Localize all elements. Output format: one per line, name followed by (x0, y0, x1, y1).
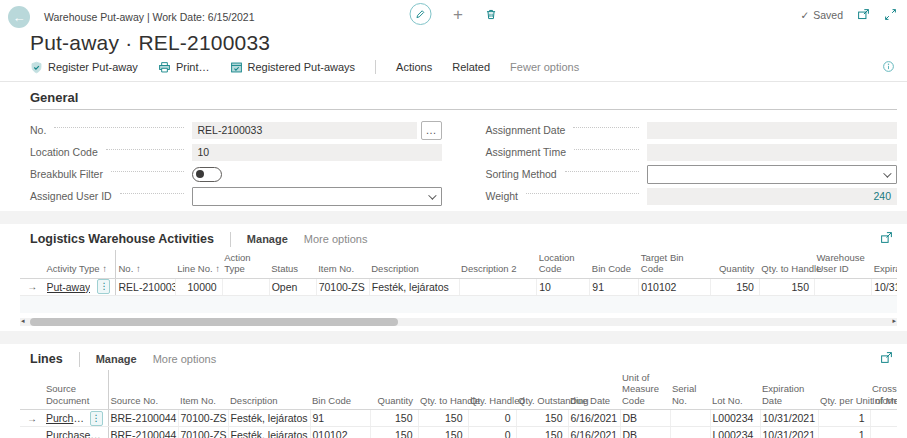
cell-target-bin-code[interactable]: 010102 (639, 278, 710, 295)
col-activity-type[interactable]: Activity Type ↑ (45, 250, 116, 278)
col-description[interactable]: Description (228, 370, 310, 410)
col-serial-no[interactable]: Serial No. (670, 370, 710, 410)
cell-serial-no[interactable] (670, 427, 710, 438)
cell-expiration-date[interactable]: 10/31/2021 (760, 410, 818, 427)
col-source-document[interactable]: Source Document (44, 370, 108, 410)
cell-qty-per-unit-of-measure[interactable]: 1 (818, 427, 870, 438)
cell-bin-code[interactable]: 010102 (310, 427, 370, 438)
col-quantity[interactable]: Quantity (710, 250, 759, 278)
col-quantity[interactable]: Quantity (370, 370, 418, 410)
cell-due-date[interactable]: 6/16/2021 (568, 427, 620, 438)
cell-warehouse-user-id[interactable] (815, 278, 872, 295)
registered-put-aways-button[interactable]: Registered Put-aways (230, 61, 356, 74)
col-target-bin-code[interactable]: Target Bin Code (639, 250, 710, 278)
cell-expiration-date[interactable]: 10/31/2021 (760, 427, 818, 438)
col-item-no[interactable]: Item No. (316, 250, 369, 278)
lines-expand-icon[interactable] (880, 351, 893, 364)
open-in-window-icon[interactable] (857, 8, 870, 21)
col-status[interactable]: Status (269, 250, 316, 278)
col-action-type[interactable]: Action Type (222, 250, 269, 278)
register-put-away-button[interactable]: Register Put-away (30, 61, 138, 74)
col-description-2[interactable]: Description 2 (459, 250, 537, 278)
col-cross-information[interactable]: Cross- Inform (870, 370, 897, 410)
cell-qty-to-handle[interactable]: 150 (418, 410, 468, 427)
related-menu[interactable]: Related (452, 61, 490, 73)
new-button[interactable]: + (453, 6, 463, 23)
lines-manage-menu[interactable]: Manage (96, 353, 137, 365)
scrollbar-thumb[interactable] (30, 318, 398, 326)
cell-bin-code[interactable]: 91 (310, 410, 370, 427)
cell-qty-per-unit-of-measure[interactable]: 1 (818, 410, 870, 427)
cell-unit-of-measure-code[interactable]: DB (620, 427, 670, 438)
col-lot-no[interactable]: Lot No. (710, 370, 760, 410)
col-location-code[interactable]: Location Code (537, 250, 590, 278)
cell-quantity[interactable]: 150 (710, 278, 759, 295)
actions-menu[interactable]: Actions (396, 61, 432, 73)
cell-serial-no[interactable] (670, 410, 710, 427)
col-bin-code[interactable]: Bin Code (310, 370, 370, 410)
col-warehouse-user-id[interactable]: Warehouse User ID (815, 250, 872, 278)
cell-description-2[interactable] (459, 278, 537, 295)
source-document-text[interactable]: Purchase Order (46, 429, 103, 438)
table-row[interactable]: → Put-away ⋮ REL-2100033 10000 Open 7010… (20, 278, 897, 295)
lines-more-options-menu[interactable]: More options (153, 353, 217, 365)
col-due-date[interactable]: Due Date (568, 370, 620, 410)
col-unit-of-measure-code[interactable]: Unit of Measure Code (620, 370, 670, 410)
col-line-no[interactable]: Line No. ↑ (175, 250, 222, 278)
cell-status[interactable]: Open (269, 278, 316, 295)
cell-item-no[interactable]: 70100-ZS (178, 410, 228, 427)
no-assist-button[interactable]: … (421, 121, 442, 140)
assigned-user-id-select[interactable] (192, 187, 442, 206)
edit-button[interactable] (409, 3, 431, 25)
cell-bin-code[interactable]: 91 (590, 278, 639, 295)
cell-qty-to-handle[interactable]: 150 (759, 278, 814, 295)
breakbulk-filter-toggle[interactable] (192, 167, 222, 182)
cell-cross-information[interactable] (870, 427, 897, 438)
scroll-right-icon[interactable]: ▸ (892, 317, 896, 325)
collapse-window-icon[interactable] (884, 8, 897, 21)
cell-item-no[interactable]: 70100-ZS (178, 427, 228, 438)
table-row[interactable]: Purchase Order BRE-2100044 70100-ZS Fest… (20, 427, 897, 438)
cell-lot-no[interactable]: L000234 (710, 410, 760, 427)
col-item-no[interactable]: Item No. (178, 370, 228, 410)
cell-qty-outstanding[interactable]: 150 (516, 427, 568, 438)
cell-line-no[interactable]: 10000 (175, 278, 222, 295)
cell-item-no[interactable]: 70100-ZS (316, 278, 369, 295)
info-icon[interactable] (882, 60, 895, 73)
activities-expand-icon[interactable] (880, 231, 893, 244)
cell-action-type[interactable] (222, 278, 269, 295)
col-source-no[interactable]: Source No. (108, 370, 178, 410)
col-qty-per-unit-of-measure[interactable]: Qty. per Unit of Measure (818, 370, 870, 410)
cell-qty-outstanding[interactable]: 150 (516, 410, 568, 427)
cell-cross-information[interactable] (870, 410, 897, 427)
cell-source-document[interactable]: Purchase Order (44, 427, 108, 438)
fewer-options-menu[interactable]: Fewer options (510, 61, 579, 73)
row-menu-icon[interactable]: ⋮ (90, 411, 103, 426)
cell-description[interactable]: Festék, lejáratos (228, 410, 310, 427)
back-button[interactable]: ← (8, 6, 30, 28)
col-expiration-date[interactable]: Expiration Date (872, 250, 897, 278)
col-qty-to-handle[interactable]: Qty. to Handle (759, 250, 814, 278)
cell-qty-to-handle[interactable]: 150 (418, 427, 468, 438)
cell-source-no[interactable]: BRE-2100044 (108, 410, 178, 427)
activities-horizontal-scrollbar[interactable]: ◂ ▸ (20, 318, 897, 326)
col-qty-to-handle[interactable]: Qty. to Handle (418, 370, 468, 410)
cell-qty-handled[interactable]: 0 (468, 427, 516, 438)
print-button[interactable]: Print… (158, 61, 210, 74)
cell-quantity[interactable]: 150 (370, 427, 418, 438)
cell-due-date[interactable]: 6/16/2021 (568, 410, 620, 427)
activity-type-link[interactable]: Put-away (47, 281, 91, 293)
activities-manage-menu[interactable]: Manage (247, 233, 288, 245)
scroll-left-icon[interactable]: ◂ (21, 317, 25, 325)
col-no[interactable]: No. ↑ (116, 250, 175, 278)
cell-source-document[interactable]: Purchase Order ⋮ (44, 410, 108, 427)
activities-more-options-menu[interactable]: More options (304, 233, 368, 245)
cell-activity-type[interactable]: Put-away ⋮ (45, 278, 116, 295)
cell-expiration-date[interactable]: 10/31/2021 (872, 278, 897, 295)
table-row[interactable]: → Purchase Order ⋮ BRE-2100044 70100-ZS … (20, 410, 897, 427)
col-qty-handled[interactable]: Qty. Handled (468, 370, 516, 410)
cell-location-code[interactable]: 10 (537, 278, 590, 295)
cell-description[interactable]: Festék, lejáratos (369, 278, 459, 295)
col-qty-outstanding[interactable]: Qty. Outstanding (516, 370, 568, 410)
sorting-method-select[interactable] (647, 165, 897, 184)
